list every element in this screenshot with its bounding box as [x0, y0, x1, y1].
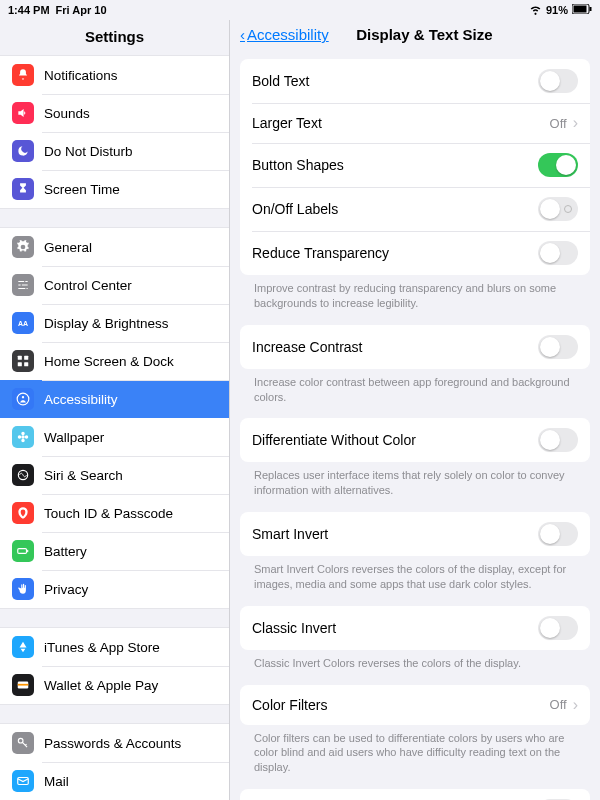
svg-point-16 — [18, 738, 23, 743]
switch-classic-invert[interactable] — [538, 616, 578, 640]
row-label: Color Filters — [252, 697, 327, 713]
battery-icon — [572, 4, 592, 16]
footer-contrast: Increase color contrast between app fore… — [240, 369, 590, 419]
sidebar-item-label: Do Not Disturb — [44, 144, 133, 159]
footer-color-filters: Color filters can be used to differentia… — [240, 725, 590, 790]
row-smart-invert[interactable]: Smart Invert — [240, 512, 590, 556]
screentime-icon — [12, 178, 34, 200]
svg-text:AA: AA — [18, 320, 28, 327]
siri-icon — [12, 464, 34, 486]
sidebar-item-accessibility[interactable]: Accessibility — [0, 380, 229, 418]
sidebar-item-label: Passwords & Accounts — [44, 736, 181, 751]
footer-transparency: Improve contrast by reducing transparenc… — [240, 275, 590, 325]
sidebar-item-label: Mail — [44, 774, 69, 789]
accessibility-icon — [12, 388, 34, 410]
sidebar-item-controlcenter[interactable]: Control Center — [0, 266, 229, 304]
sidebar-item-label: Display & Brightness — [44, 316, 169, 331]
row-label: Increase Contrast — [252, 339, 363, 355]
svg-rect-6 — [18, 362, 22, 366]
switch-increase-contrast[interactable] — [538, 335, 578, 359]
row-onoff-labels[interactable]: On/Off Labels — [240, 187, 590, 231]
page-title: Display & Text Size — [259, 26, 590, 43]
sidebar-item-label: Siri & Search — [44, 468, 123, 483]
switch-differentiate[interactable] — [538, 428, 578, 452]
dnd-icon — [12, 140, 34, 162]
row-button-shapes[interactable]: Button Shapes — [240, 143, 590, 187]
row-reduce-transparency[interactable]: Reduce Transparency — [240, 231, 590, 275]
row-bold-text[interactable]: Bold Text — [240, 59, 590, 103]
switch-reduce-transparency[interactable] — [538, 241, 578, 265]
privacy-icon — [12, 578, 34, 600]
switch-onoff-labels[interactable] — [538, 197, 578, 221]
sidebar-item-label: Privacy — [44, 582, 88, 597]
status-time: 1:44 PM — [8, 4, 50, 16]
row-color-filters[interactable]: Color FiltersOff› — [240, 685, 590, 725]
sidebar-item-notifications[interactable]: Notifications — [0, 56, 229, 94]
row-label: Differentiate Without Color — [252, 432, 416, 448]
sidebar-item-touchid[interactable]: Touch ID & Passcode — [0, 494, 229, 532]
touchid-icon — [12, 502, 34, 524]
row-classic-invert[interactable]: Classic Invert — [240, 606, 590, 650]
switch-bold-text[interactable] — [538, 69, 578, 93]
row-increase-contrast[interactable]: Increase Contrast — [240, 325, 590, 369]
sidebar-item-passwords[interactable]: Passwords & Accounts — [0, 724, 229, 762]
svg-rect-1 — [574, 6, 587, 13]
footer-classic-invert: Classic Invert Colors reverses the color… — [240, 650, 590, 685]
sidebar-item-homescreen[interactable]: Home Screen & Dock — [0, 342, 229, 380]
row-differentiate[interactable]: Differentiate Without Color — [240, 418, 590, 462]
sidebar-item-label: Touch ID & Passcode — [44, 506, 173, 521]
battery-percent: 91% — [546, 4, 568, 16]
sidebar-item-label: Accessibility — [44, 392, 118, 407]
switch-smart-invert[interactable] — [538, 522, 578, 546]
row-label: Classic Invert — [252, 620, 336, 636]
controlcenter-icon — [12, 274, 34, 296]
svg-point-10 — [21, 435, 25, 439]
sidebar-item-itunes[interactable]: iTunes & App Store — [0, 628, 229, 666]
general-icon — [12, 236, 34, 258]
row-larger-text[interactable]: Larger TextOff› — [240, 103, 590, 143]
sidebar-item-dnd[interactable]: Do Not Disturb — [0, 132, 229, 170]
row-label: Reduce Transparency — [252, 245, 389, 261]
display-icon: AA — [12, 312, 34, 334]
sidebar-item-sounds[interactable]: Sounds — [0, 94, 229, 132]
sounds-icon — [12, 102, 34, 124]
sidebar-item-display[interactable]: AADisplay & Brightness — [0, 304, 229, 342]
sidebar-item-label: Wallpaper — [44, 430, 104, 445]
sidebar-item-label: Sounds — [44, 106, 90, 121]
svg-rect-5 — [24, 356, 28, 360]
row-reduce-white-point[interactable]: Reduce White Point — [240, 789, 590, 800]
itunes-icon — [12, 636, 34, 658]
sidebar-item-siri[interactable]: Siri & Search — [0, 456, 229, 494]
svg-rect-2 — [590, 7, 592, 11]
sidebar-item-label: General — [44, 240, 92, 255]
sidebar-item-mail[interactable]: Mail — [0, 762, 229, 800]
sidebar-item-general[interactable]: General — [0, 228, 229, 266]
sidebar-item-label: iTunes & App Store — [44, 640, 160, 655]
chevron-right-icon: › — [573, 114, 578, 132]
row-value: Off — [550, 697, 567, 712]
mail-icon — [12, 770, 34, 792]
switch-button-shapes[interactable] — [538, 153, 578, 177]
svg-point-8 — [17, 393, 29, 405]
sidebar-item-privacy[interactable]: Privacy — [0, 570, 229, 608]
status-date: Fri Apr 10 — [56, 4, 107, 16]
row-label: Bold Text — [252, 73, 309, 89]
row-value: Off — [550, 116, 567, 131]
sidebar-item-wallpaper[interactable]: Wallpaper — [0, 418, 229, 456]
row-label: Smart Invert — [252, 526, 328, 542]
sidebar-title: Settings — [0, 20, 229, 55]
sidebar-item-screentime[interactable]: Screen Time — [0, 170, 229, 208]
notifications-icon — [12, 64, 34, 86]
passwords-icon — [12, 732, 34, 754]
svg-rect-7 — [24, 362, 28, 366]
row-label: Button Shapes — [252, 157, 344, 173]
homescreen-icon — [12, 350, 34, 372]
sidebar-item-battery[interactable]: Battery — [0, 532, 229, 570]
chevron-right-icon: › — [573, 696, 578, 714]
svg-rect-15 — [18, 684, 29, 686]
settings-sidebar: Settings NotificationsSoundsDo Not Distu… — [0, 20, 230, 800]
sidebar-item-wallet[interactable]: Wallet & Apple Pay — [0, 666, 229, 704]
footer-differentiate: Replaces user interface items that rely … — [240, 462, 590, 512]
svg-point-9 — [22, 396, 24, 398]
sidebar-item-label: Wallet & Apple Pay — [44, 678, 158, 693]
